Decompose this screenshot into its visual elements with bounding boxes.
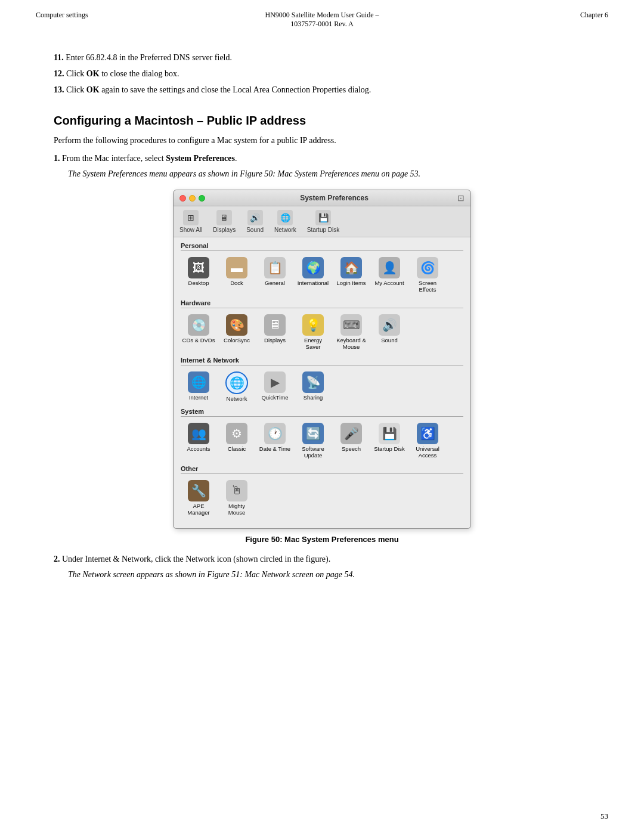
screen-effects-icon: 🌀: [417, 257, 438, 278]
mac-toolbar: ⊞ Show All 🖥 Displays 🔊 Sound 🌐 Network …: [174, 206, 470, 237]
zoom-button[interactable]: [199, 195, 205, 202]
pref-colorsync[interactable]: 🎨 ColorSync: [219, 313, 255, 352]
toolbar-startup-disk-label: Startup Disk: [307, 227, 339, 233]
universal-access-label: Universal Access: [411, 445, 444, 459]
pref-accounts[interactable]: 👥 Accounts: [181, 422, 216, 460]
dock-icon: ▬: [226, 257, 247, 278]
quicktime-icon: ▶: [264, 371, 286, 393]
classic-icon: ⚙: [226, 423, 247, 444]
section-title: Configuring a Macintosh – Public IP addr…: [54, 114, 590, 128]
colorsync-icon: 🎨: [226, 314, 247, 336]
colorsync-label: ColorSync: [224, 337, 250, 343]
pref-my-account[interactable]: 👤 My Account: [371, 256, 407, 295]
step-1-subtext: The System Preferences menu appears as s…: [68, 169, 590, 179]
prefs-body: Personal 🖼 Desktop ▬ Dock 📋 General: [174, 237, 470, 528]
pref-desktop[interactable]: 🖼 Desktop: [181, 256, 216, 295]
internet-label: Internet: [189, 394, 208, 401]
ape-manager-icon: 🔧: [188, 480, 209, 501]
my-account-icon: 👤: [379, 257, 400, 278]
close-button[interactable]: [179, 195, 186, 202]
dock-label: Dock: [230, 280, 243, 286]
mac-titlebar: System Preferences ⊡: [174, 190, 470, 206]
toolbar-network[interactable]: 🌐 Network: [274, 210, 296, 233]
pref-classic[interactable]: ⚙ Classic: [219, 422, 255, 460]
minimize-button[interactable]: [189, 195, 196, 202]
pref-internet[interactable]: 🌐 Internet: [181, 370, 216, 403]
displays-label: Displays: [264, 337, 286, 343]
page-footer: 53: [600, 812, 608, 821]
pref-general[interactable]: 📋 General: [257, 256, 293, 295]
pref-software-update[interactable]: 🔄 Software Update: [295, 422, 331, 460]
general-label: General: [265, 280, 285, 286]
pref-dock[interactable]: ▬ Dock: [219, 256, 255, 295]
toolbar-startup-disk[interactable]: 💾 Startup Disk: [307, 210, 339, 233]
pref-date-time[interactable]: 🕐 Date & Time: [257, 422, 293, 460]
section-other: Other 🔧 APE Manager 🖱 Mighty Mouse: [181, 465, 463, 519]
cds-dvds-label: CDs & DVDs: [182, 337, 215, 343]
pref-sharing[interactable]: 📡 Sharing: [295, 370, 331, 403]
universal-access-icon: ♿: [417, 423, 438, 444]
system-icons: 👥 Accounts ⚙ Classic 🕐 Date & Time 🔄 Sof…: [181, 419, 463, 462]
sound-icon: 🔊: [379, 314, 400, 336]
toolbar-displays-label: Displays: [213, 227, 236, 233]
toolbar-network-label: Network: [274, 227, 296, 233]
pref-mighty-mouse[interactable]: 🖱 Mighty Mouse: [219, 479, 255, 518]
mighty-mouse-icon: 🖱: [226, 480, 247, 501]
figure-caption: Figure 50: Mac System Preferences menu: [54, 535, 590, 544]
desktop-label: Desktop: [188, 280, 209, 286]
accounts-label: Accounts: [187, 445, 210, 452]
pref-universal-access[interactable]: ♿ Universal Access: [410, 422, 445, 460]
startup-disk-label: Startup Disk: [374, 445, 405, 452]
internet-icon: 🌐: [188, 371, 209, 393]
personal-title: Personal: [181, 242, 463, 251]
cds-dvds-icon: 💿: [188, 314, 209, 336]
section-hardware: Hardware 💿 CDs & DVDs 🎨 ColorSync 🖥 Disp…: [181, 299, 463, 353]
sound-toolbar-icon: 🔊: [247, 210, 263, 225]
pref-cds-dvds[interactable]: 💿 CDs & DVDs: [181, 313, 216, 352]
other-title: Other: [181, 465, 463, 474]
sharing-label: Sharing: [304, 394, 323, 401]
network-icon: 🌐: [225, 371, 248, 394]
login-items-label: Login Items: [336, 280, 366, 286]
toolbar-sound[interactable]: 🔊 Sound: [246, 210, 264, 233]
pref-login-items[interactable]: 🏠 Login Items: [333, 256, 369, 295]
intro-steps: 11. Enter 66.82.4.8 in the Preferred DNS…: [54, 51, 590, 96]
pref-international[interactable]: 🌍 International: [295, 256, 331, 295]
international-icon: 🌍: [302, 257, 324, 278]
international-label: International: [298, 280, 329, 286]
accounts-icon: 👥: [188, 423, 209, 444]
pref-network[interactable]: 🌐 Network: [219, 370, 255, 403]
step-2: 2. Under Internet & Network, click the N…: [54, 555, 590, 564]
pref-quicktime[interactable]: ▶ QuickTime: [257, 370, 293, 403]
pref-screen-effects[interactable]: 🌀 Screen Effects: [410, 256, 445, 295]
pref-energy-saver[interactable]: 💡 Energy Saver: [295, 313, 331, 352]
hardware-icons: 💿 CDs & DVDs 🎨 ColorSync 🖥 Displays 💡 En…: [181, 311, 463, 353]
toolbar-sound-label: Sound: [246, 227, 264, 233]
keyboard-mouse-label: Keyboard & Mouse: [335, 337, 368, 351]
pref-keyboard-mouse[interactable]: ⌨ Keyboard & Mouse: [333, 313, 369, 352]
pref-displays[interactable]: 🖥 Displays: [257, 313, 293, 352]
date-time-label: Date & Time: [259, 445, 290, 452]
hardware-title: Hardware: [181, 299, 463, 308]
step-12-num: 12.: [54, 69, 64, 78]
header-right: Chapter 6: [417, 11, 608, 20]
network-label: Network: [227, 395, 247, 402]
speech-label: Speech: [342, 445, 361, 452]
toolbar-show-all[interactable]: ⊞ Show All: [179, 210, 202, 233]
personal-icons: 🖼 Desktop ▬ Dock 📋 General 🌍 Internation…: [181, 253, 463, 296]
toolbar-displays[interactable]: 🖥 Displays: [213, 210, 236, 233]
page-number: 53: [600, 812, 608, 820]
displays-icon: 🖥: [264, 314, 286, 336]
step-2-subtext: The Network screen appears as shown in F…: [68, 570, 590, 580]
pref-speech[interactable]: 🎤 Speech: [333, 422, 369, 460]
pref-ape-manager[interactable]: 🔧 APE Manager: [181, 479, 216, 518]
step-11-num: 11.: [54, 53, 64, 62]
pref-startup-disk[interactable]: 💾 Startup Disk: [371, 422, 407, 460]
speech-icon: 🎤: [340, 423, 362, 444]
section-internet-network: Internet & Network 🌐 Internet 🌐 Network …: [181, 357, 463, 404]
my-account-label: My Account: [374, 280, 404, 286]
network-toolbar-icon: 🌐: [277, 210, 293, 225]
pref-sound[interactable]: 🔊 Sound: [371, 313, 407, 352]
step-11: 11. Enter 66.82.4.8 in the Preferred DNS…: [54, 51, 590, 64]
resize-icon[interactable]: ⊡: [457, 193, 465, 203]
